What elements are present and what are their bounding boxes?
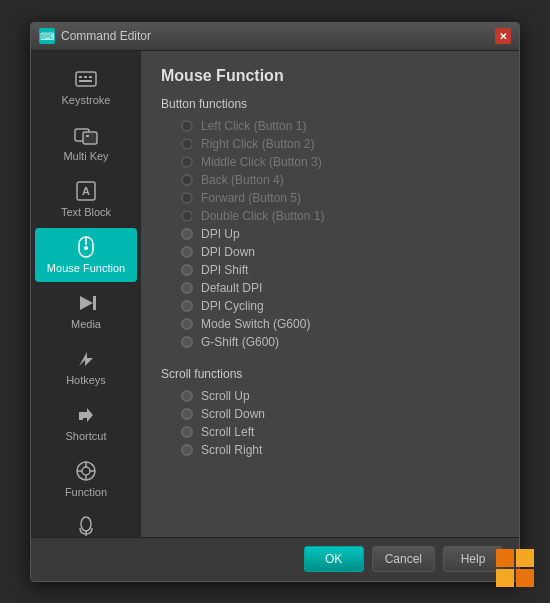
multi-key-icon: [72, 124, 100, 146]
option-scroll-right[interactable]: Scroll Right: [161, 441, 499, 459]
radio-right-click: [181, 138, 193, 150]
svg-marker-15: [79, 352, 93, 366]
option-back[interactable]: Back (Button 4): [161, 171, 499, 189]
option-default-dpi[interactable]: Default DPI: [161, 279, 499, 297]
option-forward[interactable]: Forward (Button 5): [161, 189, 499, 207]
option-dpi-cycling[interactable]: DPI Cycling: [161, 297, 499, 315]
option-dpi-down[interactable]: DPI Down: [161, 243, 499, 261]
option-scroll-down[interactable]: Scroll Down: [161, 405, 499, 423]
option-dpi-down-label: DPI Down: [201, 245, 255, 259]
svg-rect-0: [76, 72, 96, 86]
orange-block-2: [496, 569, 514, 587]
option-scroll-left[interactable]: Scroll Left: [161, 423, 499, 441]
orange-block-3: [516, 549, 534, 567]
radio-double-click: [181, 210, 193, 222]
scroll-functions-header: Scroll functions: [161, 367, 499, 381]
svg-rect-14: [93, 296, 96, 310]
svg-marker-13: [80, 296, 93, 310]
svg-rect-1: [79, 76, 82, 78]
mouse-function-icon: [72, 236, 100, 258]
option-forward-label: Forward (Button 5): [201, 191, 301, 205]
radio-dpi-shift: [181, 264, 193, 276]
section-gap: [161, 351, 499, 363]
option-dpi-up-label: DPI Up: [201, 227, 240, 241]
option-double-click-label: Double Click (Button 1): [201, 209, 324, 223]
content-title: Mouse Function: [161, 67, 499, 85]
ok-button[interactable]: OK: [304, 546, 364, 572]
help-button[interactable]: Help: [443, 546, 503, 572]
cancel-button[interactable]: Cancel: [372, 546, 435, 572]
svg-text:A: A: [82, 185, 90, 197]
option-scroll-left-label: Scroll Left: [201, 425, 254, 439]
footer: OK Cancel Help: [31, 537, 519, 581]
option-g-shift[interactable]: G-Shift (G600): [161, 333, 499, 351]
sidebar-item-shortcut-label: Shortcut: [66, 430, 107, 442]
option-dpi-cycling-label: DPI Cycling: [201, 299, 264, 313]
radio-forward: [181, 192, 193, 204]
sidebar-item-mouse-function[interactable]: Mouse Function: [35, 228, 137, 282]
option-right-click-label: Right Click (Button 2): [201, 137, 314, 151]
orange-block-4: [516, 569, 534, 587]
radio-scroll-up: [181, 390, 193, 402]
titlebar: ⌨ Command Editor ✕: [31, 23, 519, 51]
radio-scroll-down: [181, 408, 193, 420]
option-mode-switch[interactable]: Mode Switch (G600): [161, 315, 499, 333]
sidebar-item-multi-key[interactable]: Multi Key: [35, 116, 137, 170]
ventrilo-icon: [72, 516, 100, 537]
keystroke-icon: [72, 68, 100, 90]
sidebar: Keystroke Multi Key A Text Block Mouse F…: [31, 51, 141, 537]
option-double-click[interactable]: Double Click (Button 1): [161, 207, 499, 225]
radio-mode-switch: [181, 318, 193, 330]
option-scroll-up[interactable]: Scroll Up: [161, 387, 499, 405]
sidebar-item-media[interactable]: Media: [35, 284, 137, 338]
radio-dpi-down: [181, 246, 193, 258]
radio-default-dpi: [181, 282, 193, 294]
sidebar-item-keystroke-label: Keystroke: [62, 94, 111, 106]
close-button[interactable]: ✕: [495, 28, 511, 44]
option-dpi-up[interactable]: DPI Up: [161, 225, 499, 243]
option-g-shift-label: G-Shift (G600): [201, 335, 279, 349]
option-right-click[interactable]: Right Click (Button 2): [161, 135, 499, 153]
option-left-click[interactable]: Left Click (Button 1): [161, 117, 499, 135]
option-middle-click[interactable]: Middle Click (Button 3): [161, 153, 499, 171]
titlebar-title: Command Editor: [61, 29, 495, 43]
option-scroll-down-label: Scroll Down: [201, 407, 265, 421]
svg-rect-7: [86, 135, 89, 137]
sidebar-item-hotkeys[interactable]: Hotkeys: [35, 340, 137, 394]
sidebar-item-text-block[interactable]: A Text Block: [35, 172, 137, 226]
option-dpi-shift[interactable]: DPI Shift: [161, 261, 499, 279]
option-back-label: Back (Button 4): [201, 173, 284, 187]
media-icon: [72, 292, 100, 314]
radio-dpi-up: [181, 228, 193, 240]
sidebar-item-function-label: Function: [65, 486, 107, 498]
svg-rect-2: [84, 76, 87, 78]
sidebar-item-ventrilo[interactable]: Ventrilo: [35, 508, 137, 537]
sidebar-item-function[interactable]: Function: [35, 452, 137, 506]
button-options-list: Left Click (Button 1) Right Click (Butto…: [161, 117, 499, 351]
radio-g-shift: [181, 336, 193, 348]
radio-middle-click: [181, 156, 193, 168]
orange-block-1: [496, 549, 514, 567]
svg-rect-3: [89, 76, 92, 78]
radio-back: [181, 174, 193, 186]
body: Keystroke Multi Key A Text Block Mouse F…: [31, 51, 519, 537]
option-scroll-right-label: Scroll Right: [201, 443, 262, 457]
option-default-dpi-label: Default DPI: [201, 281, 262, 295]
scroll-options-list: Scroll Up Scroll Down Scroll Left Scroll…: [161, 387, 499, 459]
option-middle-click-label: Middle Click (Button 3): [201, 155, 322, 169]
titlebar-icon: ⌨: [39, 28, 55, 44]
corner-decoration: [496, 549, 534, 587]
option-mode-switch-label: Mode Switch (G600): [201, 317, 310, 331]
sidebar-item-shortcut[interactable]: Shortcut: [35, 396, 137, 450]
sidebar-item-text-block-label: Text Block: [61, 206, 111, 218]
svg-point-12: [84, 246, 88, 250]
radio-left-click: [181, 120, 193, 132]
svg-point-22: [81, 517, 91, 531]
orange-right-col: [516, 549, 534, 587]
option-dpi-shift-label: DPI Shift: [201, 263, 248, 277]
sidebar-item-multi-key-label: Multi Key: [63, 150, 108, 162]
sidebar-item-keystroke[interactable]: Keystroke: [35, 60, 137, 114]
orange-left-col: [496, 549, 514, 587]
option-left-click-label: Left Click (Button 1): [201, 119, 306, 133]
svg-rect-4: [79, 80, 92, 82]
